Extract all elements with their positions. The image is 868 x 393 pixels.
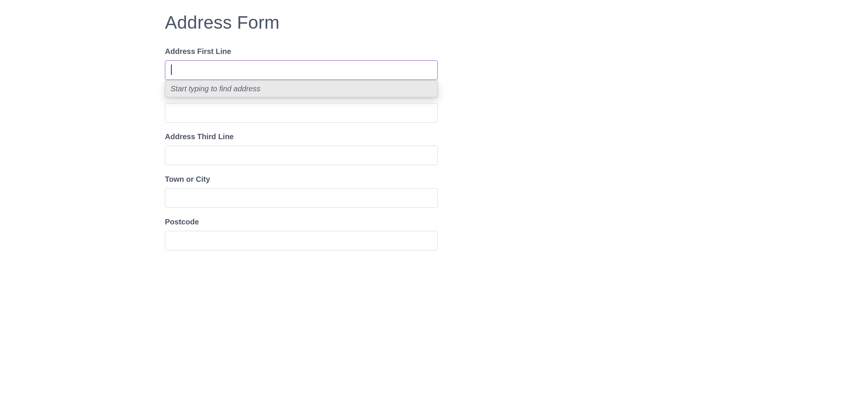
label-address-line3: Address Third Line [165,132,438,141]
text-cursor [171,64,172,75]
form-group-line3: Address Third Line [165,132,438,165]
label-postcode: Postcode [165,218,438,226]
address-form-container: Address Form Address First Line Start ty… [165,12,438,250]
label-town: Town or City [165,175,438,184]
input-address-line3[interactable] [165,146,438,165]
input-address-line1[interactable] [165,60,438,80]
form-group-line1: Address First Line Start typing to find … [165,47,438,80]
input-postcode[interactable] [165,231,438,250]
form-group-town: Town or City [165,175,438,208]
input-address-line2[interactable] [165,103,438,123]
input-town[interactable] [165,188,438,208]
page-title: Address Form [165,12,438,33]
autocomplete-dropdown[interactable]: Start typing to find address [165,80,438,97]
autocomplete-hint-text: Start typing to find address [171,84,260,93]
form-group-postcode: Postcode [165,218,438,250]
label-address-line1: Address First Line [165,47,438,56]
